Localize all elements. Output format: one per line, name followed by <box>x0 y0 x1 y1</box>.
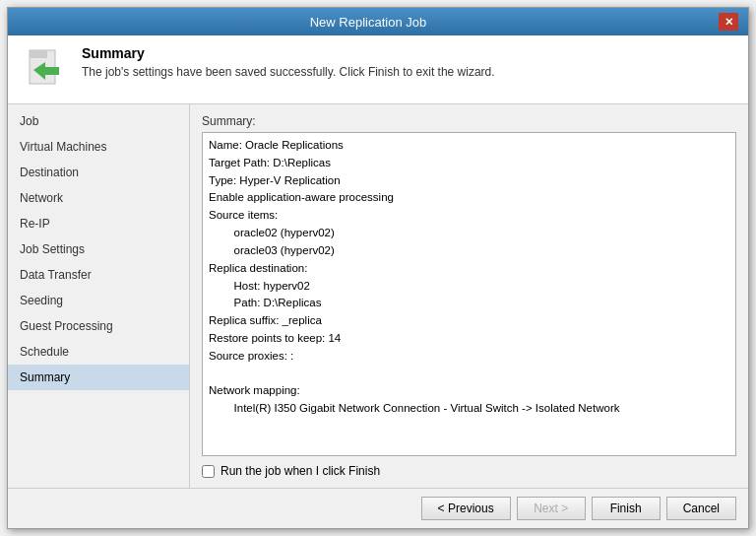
summary-textbox[interactable]: Name: Oracle Replications Target Path: D… <box>202 132 736 456</box>
sidebar-item-job-settings[interactable]: Job Settings <box>8 236 189 262</box>
sidebar-item-re-ip[interactable]: Re-IP <box>8 211 189 236</box>
footer: < Previous Next > Finish Cancel <box>8 488 748 528</box>
wizard-icon <box>23 45 70 93</box>
sidebar-item-network[interactable]: Network <box>8 185 189 211</box>
sidebar-item-data-transfer[interactable]: Data Transfer <box>8 262 189 288</box>
main-content: Summary: Name: Oracle Replications Targe… <box>190 104 748 488</box>
checkbox-row: Run the job when I click Finish <box>202 464 736 478</box>
sidebar-item-schedule[interactable]: Schedule <box>8 339 189 365</box>
svg-rect-1 <box>30 50 47 58</box>
sidebar-item-summary[interactable]: Summary <box>8 365 189 390</box>
summary-label: Summary: <box>202 114 736 128</box>
content-area: JobVirtual MachinesDestinationNetworkRe-… <box>8 104 748 488</box>
dialog: New Replication Job ✕ Summary The job's … <box>7 7 749 529</box>
cancel-button[interactable]: Cancel <box>666 497 736 520</box>
header-description: The job's settings have been saved succe… <box>82 65 495 79</box>
sidebar-item-job[interactable]: Job <box>8 108 189 134</box>
sidebar: JobVirtual MachinesDestinationNetworkRe-… <box>8 104 190 488</box>
close-button[interactable]: ✕ <box>719 13 738 31</box>
run-on-finish-checkbox[interactable] <box>202 465 215 478</box>
header-title: Summary <box>82 45 495 61</box>
sidebar-item-virtual-machines[interactable]: Virtual Machines <box>8 134 189 160</box>
finish-button[interactable]: Finish <box>592 497 661 520</box>
sidebar-item-seeding[interactable]: Seeding <box>8 288 189 313</box>
previous-button[interactable]: < Previous <box>421 497 511 520</box>
header-text: Summary The job's settings have been sav… <box>82 45 495 79</box>
sidebar-item-guest-processing[interactable]: Guest Processing <box>8 313 189 339</box>
next-button[interactable]: Next > <box>517 497 586 520</box>
run-on-finish-label: Run the job when I click Finish <box>220 464 380 478</box>
header-section: Summary The job's settings have been sav… <box>8 35 748 104</box>
dialog-title: New Replication Job <box>18 15 719 30</box>
sidebar-item-destination[interactable]: Destination <box>8 160 189 185</box>
title-bar: New Replication Job ✕ <box>8 8 748 35</box>
